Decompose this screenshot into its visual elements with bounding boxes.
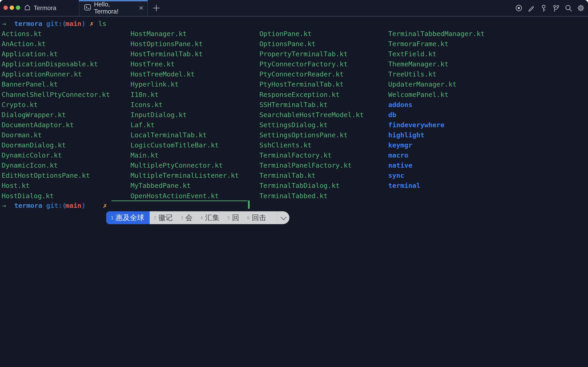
ime-candidate-bar: 1惠及全球2徽记3会4汇集5回6回击	[106, 211, 290, 224]
file-entry: Laf.kt	[131, 120, 259, 130]
minimize-window-button[interactable]	[10, 6, 14, 10]
file-entry: ChannelShellPtyConnector.kt	[2, 90, 130, 100]
directory-entry: highlight	[388, 130, 517, 140]
prompt-git-suffix: )	[82, 200, 85, 211]
termora-window: Termora Hello, Termora! ✕	[0, 0, 588, 367]
ime-candidate-index: 3	[180, 215, 183, 220]
file-entry: Hyperlink.kt	[131, 79, 259, 89]
key-icon[interactable]	[539, 4, 548, 12]
file-entry: Host.kt	[2, 181, 130, 191]
ime-candidate[interactable]: 5回	[223, 211, 243, 224]
file-entry: ThemeManager.kt	[388, 59, 517, 69]
file-entry: OptionPane.kt	[259, 29, 388, 39]
directory-entry: db	[388, 110, 517, 120]
file-entry: DoormanDialog.kt	[2, 140, 130, 150]
file-entry: DynamicIcon.kt	[2, 160, 130, 170]
ime-composition-text[interactable]: 中文之美hui ji quan qiu	[111, 200, 247, 211]
ime-spacer	[270, 211, 277, 224]
ime-candidate-text: 惠及全球	[116, 213, 144, 223]
prompt-branch: main	[65, 200, 81, 211]
file-entry: Main.kt	[131, 150, 259, 160]
file-entry: HostManager.kt	[131, 29, 259, 39]
file-entry: Doorman.kt	[2, 130, 130, 140]
ime-candidate[interactable]: 4汇集	[196, 211, 223, 224]
record-icon[interactable]	[514, 4, 523, 12]
ime-candidate[interactable]: 6回击	[243, 211, 270, 224]
directory-entry: keymgr	[388, 140, 517, 150]
file-entry: MyTabbedPane.kt	[131, 181, 259, 191]
file-entry: PtyHostTerminalTab.kt	[259, 79, 388, 89]
file-entry: MultipleTerminalListener.kt	[131, 170, 259, 181]
file-entry: HostTerminalTab.kt	[131, 49, 259, 59]
file-entry: HostOptionsPane.kt	[131, 39, 259, 49]
prompt-git-prefix: git:(	[46, 200, 66, 211]
file-entry: PtyConnectorFactory.kt	[259, 59, 388, 69]
directory-entry: terminal	[388, 181, 517, 191]
edit-icon[interactable]	[527, 4, 536, 12]
file-entry: Actions.kt	[2, 29, 130, 39]
ime-candidate[interactable]: 1惠及全球	[106, 211, 150, 224]
prompt-cwd: termora	[14, 19, 42, 29]
directory-entry: sync	[388, 170, 517, 181]
file-entry: OpenHostActionEvent.kt	[131, 191, 259, 201]
ime-candidate-index: 5	[227, 215, 230, 220]
ime-candidate-text: 汇集	[205, 213, 219, 223]
close-window-button[interactable]	[3, 6, 8, 10]
ime-candidate-text: 回击	[252, 213, 266, 223]
file-entry: SshClients.kt	[259, 140, 388, 150]
search-icon[interactable]	[564, 4, 573, 12]
file-entry: HostTreeModel.kt	[131, 69, 259, 79]
ime-candidate-index: 6	[247, 215, 250, 220]
file-entry: TreeUtils.kt	[388, 69, 517, 79]
file-entry: ApplicationDisposable.kt	[2, 59, 130, 69]
home-tab-label: Termora	[34, 5, 56, 12]
file-entry: DocumentAdaptor.kt	[2, 120, 130, 130]
terminal-icon	[84, 4, 91, 13]
file-entry: I18n.kt	[131, 90, 259, 100]
file-entry: PtyConnectorReader.kt	[259, 69, 388, 79]
prompt-cwd: termora	[14, 200, 42, 211]
close-tab-icon[interactable]: ✕	[139, 5, 144, 11]
file-entry: HostTree.kt	[131, 59, 259, 69]
file-entry: TextField.kt	[388, 49, 517, 59]
file-entry: ApplicationRunner.kt	[2, 69, 130, 79]
zoom-window-button[interactable]	[16, 6, 20, 10]
ls-column: HostManager.ktHostOptionsPane.ktHostTerm…	[131, 29, 259, 201]
new-tab-button[interactable]	[152, 3, 161, 13]
ime-candidate-text: 徽记	[158, 213, 173, 223]
file-entry: BannerPanel.kt	[2, 79, 130, 89]
ls-column: TerminalTabbedManager.ktTermoraFrame.ktT…	[388, 29, 517, 191]
file-entry: TerminalFactory.kt	[259, 150, 388, 160]
directory-entry: addons	[388, 100, 517, 110]
branch-icon[interactable]	[552, 4, 560, 12]
terminal-screen[interactable]: → termora git:( main ) ✗ ls Actions.ktAn…	[0, 17, 588, 367]
prompt-status: ✗	[103, 200, 107, 211]
title-bar: Termora Hello, Termora! ✕	[0, 0, 588, 17]
file-entry: TerminalPanelFactory.kt	[259, 160, 388, 170]
ime-candidate[interactable]: 3会	[177, 211, 196, 224]
toolbar-icons	[514, 3, 585, 13]
tab-hello-termora[interactable]: Hello, Termora! ✕	[79, 0, 148, 16]
tab-home[interactable]: Termora	[24, 0, 56, 16]
file-entry: UpdaterManager.kt	[388, 79, 517, 89]
prompt-status: ✗	[90, 19, 94, 29]
ime-candidate-text: 回	[232, 213, 239, 223]
file-entry: ResponseException.kt	[259, 90, 388, 100]
file-entry: TerminalTab.kt	[259, 170, 388, 181]
directory-entry: native	[388, 160, 517, 170]
ime-more-button[interactable]	[277, 211, 290, 224]
ime-candidate[interactable]: 2徽记	[150, 211, 177, 224]
file-entry: TerminalTabbed.kt	[259, 191, 388, 201]
file-entry: TermoraFrame.kt	[388, 39, 517, 49]
composition-underline	[111, 200, 247, 201]
file-entry: LocalTerminalTab.kt	[131, 130, 259, 140]
prompt-git-suffix: )	[82, 19, 85, 29]
file-entry: TerminalTabbedManager.kt	[388, 29, 517, 39]
file-entry: SearchableHostTreeModel.kt	[259, 110, 388, 120]
ime-candidate-index: 1	[111, 215, 114, 220]
ls-column: Actions.ktAnAction.ktApplication.ktAppli…	[2, 29, 130, 201]
file-entry: SettingsOptionsPane.kt	[259, 130, 388, 140]
settings-icon[interactable]	[577, 4, 585, 12]
active-tab-label: Hello, Termora!	[94, 1, 136, 15]
file-entry: OptionsPane.kt	[259, 39, 388, 49]
